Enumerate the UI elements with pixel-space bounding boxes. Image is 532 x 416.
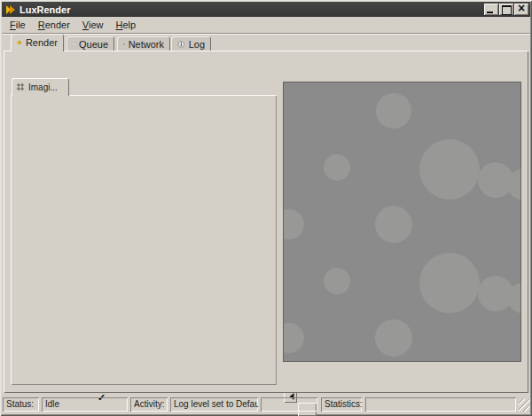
panel-frame: [11, 95, 277, 385]
render-blob: [419, 253, 480, 313]
render-blob: [324, 268, 350, 294]
render-canvas[interactable]: [283, 82, 521, 362]
queue-tab-icon: [73, 39, 75, 50]
window-title: LuxRender: [20, 4, 70, 15]
statusbar-extra-field: [261, 397, 317, 412]
close-button[interactable]: [514, 4, 528, 15]
tab-log[interactable]: Log: [171, 36, 211, 51]
imaging-tab-icon: [16, 82, 25, 91]
menu-file[interactable]: File: [4, 18, 32, 32]
menu-render[interactable]: Render: [32, 18, 76, 32]
log-tab-icon: [177, 39, 185, 50]
resize-grip[interactable]: [519, 399, 530, 412]
network-tab-icon: [123, 39, 125, 50]
render-tab-icon: [17, 37, 22, 48]
render-blob: [375, 319, 412, 357]
menu-help[interactable]: Help: [110, 18, 143, 32]
status-label: Status:: [3, 397, 39, 412]
menu-view[interactable]: View: [76, 18, 110, 32]
render-blob: [376, 93, 411, 129]
tab-network[interactable]: Network: [117, 36, 170, 51]
statistics-label: Statistics:: [321, 397, 362, 412]
render-blob: [419, 139, 480, 200]
tab-render[interactable]: Render: [11, 34, 64, 51]
statistics-value: [365, 397, 516, 412]
panel-tab-imaging[interactable]: Imagi...: [12, 78, 69, 96]
status-value: Idle: [42, 397, 128, 412]
menu-bar: File Render View Help: [2, 17, 530, 33]
render-blob: [375, 206, 412, 243]
title-bar[interactable]: LuxRender: [2, 2, 530, 17]
app-logo-icon: [5, 4, 16, 15]
tab-queue[interactable]: Queue: [66, 36, 114, 51]
maximize-button[interactable]: [499, 4, 513, 15]
menu-separator: [2, 33, 530, 35]
app-window: LuxRender File Render View Help Render Q…: [0, 0, 532, 416]
minimize-button[interactable]: [484, 4, 498, 15]
render-blob: [283, 323, 304, 353]
render-blob: [283, 209, 304, 239]
render-blob: [324, 154, 350, 181]
activity-value: Log level set to Default: [170, 397, 258, 412]
activity-label: Activity:: [130, 397, 168, 412]
